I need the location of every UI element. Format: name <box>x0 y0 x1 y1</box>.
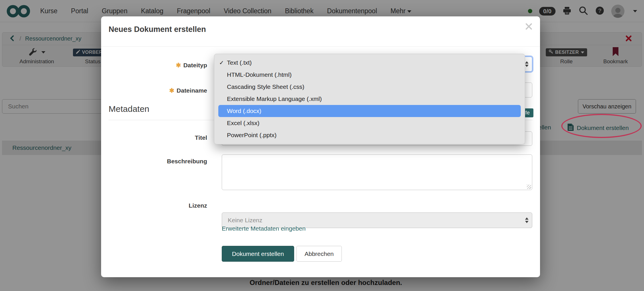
lizenz-label: Lizenz <box>189 202 207 209</box>
dropdown-option-xml[interactable]: Extensible Markup Language (.xml) <box>214 93 525 105</box>
dropdown-option-html[interactable]: HTML-Dokument (.html) <box>214 69 525 81</box>
cancel-button[interactable]: Abbrechen <box>296 246 342 262</box>
dateityp-label: ✱Dateityp <box>176 62 207 69</box>
dropdown-option-label: Excel (.xlsx) <box>227 120 259 127</box>
modal-title: Neues Dokument erstellen <box>109 25 206 34</box>
lizenz-select-value: Keine Lizenz <box>228 217 262 224</box>
beschreibung-textarea[interactable] <box>222 154 532 190</box>
required-asterisk-icon: ✱ <box>169 87 174 94</box>
dropdown-option-xlsx[interactable]: Excel (.xlsx) <box>214 117 525 129</box>
resize-grip-icon[interactable] <box>527 185 531 189</box>
select-spinner-icon <box>525 61 529 67</box>
required-asterisk-icon: ✱ <box>176 62 181 68</box>
modal-title-divider <box>101 46 540 47</box>
filetype-dropdown-menu: ✓ Text (.txt) HTML-Dokument (.html) Casc… <box>214 54 525 144</box>
submit-create-document-button[interactable]: Dokument erstellen <box>222 246 294 262</box>
dropdown-option-label: Cascading Style Sheet (.css) <box>227 83 304 90</box>
modal-close-icon[interactable] <box>525 23 533 31</box>
select-spinner-icon <box>525 217 529 223</box>
dropdown-option-docx-highlighted[interactable]: Word (.docx) <box>218 105 521 117</box>
beschreibung-label: Beschreibung <box>167 158 207 165</box>
dropdown-option-label: Text (.txt) <box>227 59 252 66</box>
metadaten-heading: Metadaten <box>109 104 149 114</box>
dropdown-option-label: Word (.docx) <box>227 108 261 114</box>
dropdown-option-txt[interactable]: ✓ Text (.txt) <box>214 57 525 69</box>
dropdown-option-pptx[interactable]: PowerPoint (.pptx) <box>214 129 525 141</box>
dropdown-option-css[interactable]: Cascading Style Sheet (.css) <box>214 81 525 93</box>
titel-label: Titel <box>195 134 207 141</box>
advanced-metadata-link[interactable]: Erweiterte Metadaten eingeben <box>222 225 306 232</box>
check-icon: ✓ <box>219 59 224 66</box>
app-canvas: Kurse Portal Gruppen Katalog Fragenpool … <box>0 0 644 291</box>
dropdown-option-label: HTML-Dokument (.html) <box>227 71 292 78</box>
dateiname-label: ✱Dateiname <box>169 87 207 94</box>
dropdown-option-label: Extensible Markup Language (.xml) <box>227 95 322 102</box>
dropdown-option-label: PowerPoint (.pptx) <box>227 132 277 139</box>
